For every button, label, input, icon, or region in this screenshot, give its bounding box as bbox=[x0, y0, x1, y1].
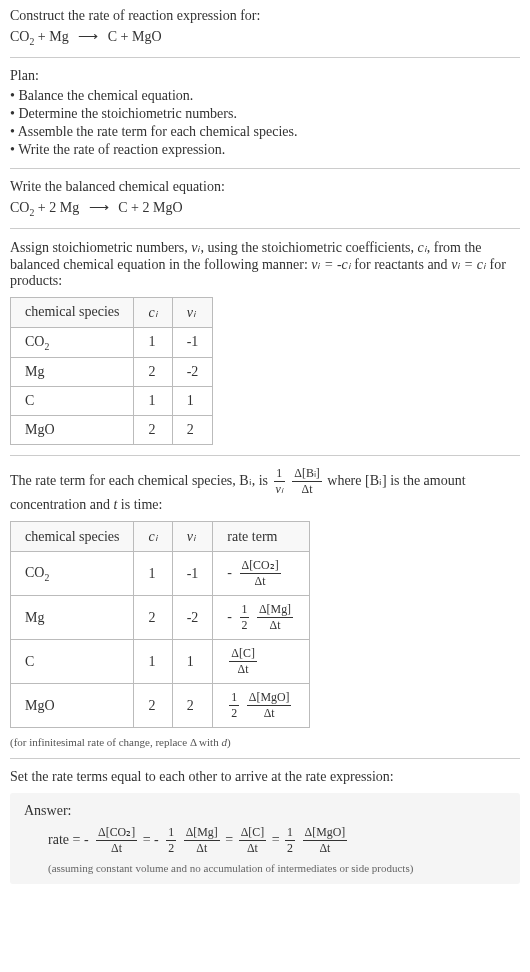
col-nui: νᵢ bbox=[172, 297, 213, 327]
denominator: 2 bbox=[240, 618, 250, 633]
fraction: Δ[Mg] Δt bbox=[257, 602, 293, 633]
plan-item: Balance the chemical equation. bbox=[10, 88, 520, 104]
table-row: CO2 1 -1 - Δ[CO₂] Δt bbox=[11, 552, 310, 596]
text: Assign stoichiometric numbers, bbox=[10, 240, 191, 255]
denominator: Δt bbox=[292, 482, 322, 497]
unbalanced-equation: CO2 + Mg ⟶ C + MgO bbox=[10, 28, 520, 47]
table-row: CO2 1 -1 bbox=[11, 327, 213, 358]
cell-ci: 1 bbox=[134, 640, 172, 684]
cell-species: C bbox=[11, 640, 134, 684]
denominator: Δt bbox=[257, 618, 293, 633]
cell-nui: -2 bbox=[172, 358, 213, 387]
cell-ci: 1 bbox=[134, 327, 172, 358]
numerator: Δ[Bᵢ] bbox=[292, 466, 322, 482]
cell-ci: 1 bbox=[134, 387, 172, 416]
conc-bi: [Bᵢ] bbox=[365, 473, 387, 488]
fraction: Δ[MgO] Δt bbox=[247, 690, 292, 721]
prompt-text: Construct the rate of reaction expressio… bbox=[10, 8, 520, 24]
header-section: Construct the rate of reaction expressio… bbox=[10, 8, 520, 47]
plan-title: Plan: bbox=[10, 68, 520, 84]
cell-ci: 1 bbox=[134, 552, 172, 596]
denominator: Δt bbox=[229, 662, 257, 677]
fraction: Δ[Bᵢ] Δt bbox=[292, 466, 322, 497]
cell-species: CO2 bbox=[11, 327, 134, 358]
table-row: C 1 1 Δ[C] Δt bbox=[11, 640, 310, 684]
text: for reactants and bbox=[351, 257, 451, 272]
rateterm-table: chemical species cᵢ νᵢ rate term CO2 1 -… bbox=[10, 521, 310, 728]
balanced-equation: CO2 + 2 Mg ⟶ C + 2 MgO bbox=[10, 199, 520, 218]
cell-ci: 2 bbox=[134, 358, 172, 387]
numerator: 1 bbox=[229, 690, 239, 706]
numerator: 1 bbox=[285, 825, 295, 841]
denominator: Δt bbox=[184, 841, 220, 856]
answer-label: Answer: bbox=[24, 803, 506, 819]
stoich-section: Assign stoichiometric numbers, νᵢ, using… bbox=[10, 239, 520, 446]
numerator: 1 bbox=[240, 602, 250, 618]
cell-nui: -1 bbox=[172, 552, 213, 596]
cell-rate: - Δ[CO₂] Δt bbox=[213, 552, 310, 596]
denominator: 2 bbox=[229, 706, 239, 721]
text: is time: bbox=[117, 497, 162, 512]
stoich-intro: Assign stoichiometric numbers, νᵢ, using… bbox=[10, 239, 520, 289]
col-nui: νᵢ bbox=[172, 522, 213, 552]
fraction: Δ[C] Δt bbox=[229, 646, 257, 677]
text: where bbox=[327, 473, 365, 488]
stoich-table: chemical species cᵢ νᵢ CO2 1 -1 Mg 2 -2 … bbox=[10, 297, 213, 446]
balanced-title: Write the balanced chemical equation: bbox=[10, 179, 520, 195]
numerator: 1 bbox=[166, 825, 176, 841]
divider bbox=[10, 455, 520, 456]
cell-species: Mg bbox=[11, 358, 134, 387]
fraction: 1 2 bbox=[166, 825, 176, 856]
cell-nui: 2 bbox=[172, 416, 213, 445]
equals: = bbox=[143, 832, 154, 847]
plan-list: Balance the chemical equation. Determine… bbox=[10, 88, 520, 158]
delta-note: (for infinitesimal rate of change, repla… bbox=[10, 736, 520, 748]
divider bbox=[10, 228, 520, 229]
cell-species: CO2 bbox=[11, 552, 134, 596]
cell-species: Mg bbox=[11, 596, 134, 640]
sign: - bbox=[84, 832, 89, 847]
text: , using the stoichiometric coefficients, bbox=[200, 240, 417, 255]
col-species: chemical species bbox=[11, 522, 134, 552]
fraction: Δ[CO₂] Δt bbox=[96, 825, 137, 856]
table-header-row: chemical species cᵢ νᵢ rate term bbox=[11, 522, 310, 552]
col-ci: cᵢ bbox=[134, 522, 172, 552]
fraction: Δ[Mg] Δt bbox=[184, 825, 220, 856]
cell-rate: Δ[C] Δt bbox=[213, 640, 310, 684]
cell-species: MgO bbox=[11, 416, 134, 445]
numerator: Δ[Mg] bbox=[257, 602, 293, 618]
plan-section: Plan: Balance the chemical equation. Det… bbox=[10, 68, 520, 158]
cell-ci: 2 bbox=[134, 684, 172, 728]
fraction: Δ[MgO] Δt bbox=[303, 825, 348, 856]
denominator: Δt bbox=[96, 841, 137, 856]
table-row: MgO 2 2 1 2 Δ[MgO] Δt bbox=[11, 684, 310, 728]
cell-nui: 1 bbox=[172, 387, 213, 416]
cell-species: C bbox=[11, 387, 134, 416]
cell-nui: 2 bbox=[172, 684, 213, 728]
divider bbox=[10, 758, 520, 759]
denominator: Δt bbox=[247, 706, 292, 721]
fraction: 1 2 bbox=[240, 602, 250, 633]
cell-nui: -1 bbox=[172, 327, 213, 358]
fraction: 1 2 bbox=[285, 825, 295, 856]
table-row: MgO 2 2 bbox=[11, 416, 213, 445]
b-i: Bᵢ bbox=[239, 473, 251, 488]
denominator: νᵢ bbox=[274, 482, 285, 497]
sign: - bbox=[154, 832, 159, 847]
sign: - bbox=[227, 609, 232, 624]
sign: - bbox=[227, 565, 232, 580]
rate-label: rate = bbox=[48, 832, 84, 847]
numerator: 1 bbox=[274, 466, 285, 482]
rateterm-section: The rate term for each chemical species,… bbox=[10, 466, 520, 748]
table-row: Mg 2 -2 bbox=[11, 358, 213, 387]
text: The rate term for each chemical species, bbox=[10, 473, 239, 488]
fraction: 1 νᵢ bbox=[274, 466, 285, 497]
table-row: Mg 2 -2 - 1 2 Δ[Mg] Δt bbox=[11, 596, 310, 640]
denominator: Δt bbox=[240, 574, 281, 589]
c-i: cᵢ bbox=[418, 240, 427, 255]
cell-species: MgO bbox=[11, 684, 134, 728]
plan-item: Write the rate of reaction expression. bbox=[10, 142, 520, 158]
numerator: Δ[MgO] bbox=[247, 690, 292, 706]
denominator: Δt bbox=[239, 841, 267, 856]
final-section: Set the rate terms equal to each other t… bbox=[10, 769, 520, 884]
